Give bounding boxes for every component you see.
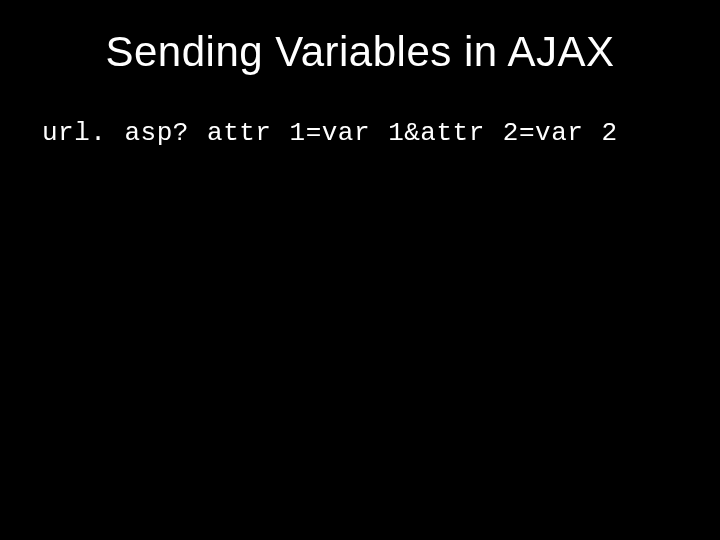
slide-title: Sending Variables in AJAX [0, 0, 720, 76]
slide-container: Sending Variables in AJAX url. asp? attr… [0, 0, 720, 540]
code-example: url. asp? attr 1=var 1&attr 2=var 2 [42, 118, 618, 148]
